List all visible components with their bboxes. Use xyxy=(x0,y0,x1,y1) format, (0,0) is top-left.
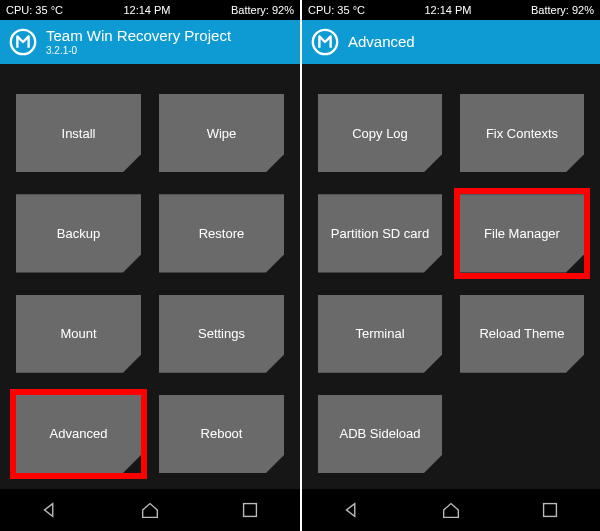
tile-settings[interactable]: Settings xyxy=(159,295,284,373)
tile-grid: Install Wipe Backup Restore Mount Settin… xyxy=(0,64,300,489)
screen-advanced: CPU: 35 °C 12:14 PM Battery: 92% Advance… xyxy=(300,0,600,531)
tile-copy-log[interactable]: Copy Log xyxy=(318,94,442,172)
nav-back-icon[interactable] xyxy=(30,490,70,530)
status-battery: Battery: 92% xyxy=(231,4,294,16)
tile-label: Wipe xyxy=(207,126,237,141)
header: Advanced xyxy=(302,20,600,64)
tile-terminal[interactable]: Terminal xyxy=(318,295,442,373)
tile-partition-sd[interactable]: Partition SD card xyxy=(318,194,442,272)
tile-label: Copy Log xyxy=(352,126,408,141)
header-text: Team Win Recovery Project 3.2.1-0 xyxy=(46,28,231,56)
tile-label: Fix Contexts xyxy=(486,126,558,141)
status-time: 12:14 PM xyxy=(424,4,471,16)
nav-bar xyxy=(302,489,600,531)
nav-home-icon[interactable] xyxy=(431,490,471,530)
header-title: Advanced xyxy=(348,34,415,51)
tile-label: Terminal xyxy=(355,326,404,341)
tile-label: File Manager xyxy=(484,226,560,241)
status-bar: CPU: 35 °C 12:14 PM Battery: 92% xyxy=(302,0,600,20)
tile-backup[interactable]: Backup xyxy=(16,194,141,272)
svg-rect-3 xyxy=(544,504,557,517)
status-bar: CPU: 35 °C 12:14 PM Battery: 92% xyxy=(0,0,300,20)
nav-recents-icon[interactable] xyxy=(530,490,570,530)
tile-label: Reload Theme xyxy=(479,326,564,341)
header: Team Win Recovery Project 3.2.1-0 xyxy=(0,20,300,64)
header-text: Advanced xyxy=(348,34,415,51)
tile-label: Reboot xyxy=(201,426,243,441)
tile-label: Install xyxy=(62,126,96,141)
tile-grid: Copy Log Fix Contexts Partition SD card … xyxy=(302,64,600,489)
tile-label: Settings xyxy=(198,326,245,341)
nav-home-icon[interactable] xyxy=(130,490,170,530)
tile-label: Mount xyxy=(60,326,96,341)
tile-reboot[interactable]: Reboot xyxy=(159,395,284,473)
tile-install[interactable]: Install xyxy=(16,94,141,172)
twrp-logo-icon xyxy=(310,27,340,57)
tile-label: Advanced xyxy=(50,426,108,441)
tile-fix-contexts[interactable]: Fix Contexts xyxy=(460,94,584,172)
tile-mount[interactable]: Mount xyxy=(16,295,141,373)
svg-rect-1 xyxy=(244,504,257,517)
status-time: 12:14 PM xyxy=(123,4,170,16)
status-cpu: CPU: 35 °C xyxy=(308,4,365,16)
tile-advanced[interactable]: Advanced xyxy=(16,395,141,473)
screen-main: CPU: 35 °C 12:14 PM Battery: 92% Team Wi… xyxy=(0,0,300,531)
status-battery: Battery: 92% xyxy=(531,4,594,16)
tile-label: Backup xyxy=(57,226,100,241)
tile-label: Partition SD card xyxy=(331,226,429,241)
tile-restore[interactable]: Restore xyxy=(159,194,284,272)
tile-file-manager[interactable]: File Manager xyxy=(460,194,584,272)
header-subtitle: 3.2.1-0 xyxy=(46,45,231,56)
tile-adb-sideload[interactable]: ADB Sideload xyxy=(318,395,442,473)
tile-label: ADB Sideload xyxy=(340,426,421,441)
nav-back-icon[interactable] xyxy=(332,490,372,530)
twrp-logo-icon xyxy=(8,27,38,57)
tile-wipe[interactable]: Wipe xyxy=(159,94,284,172)
header-title: Team Win Recovery Project xyxy=(46,28,231,45)
nav-recents-icon[interactable] xyxy=(230,490,270,530)
status-cpu: CPU: 35 °C xyxy=(6,4,63,16)
tile-reload-theme[interactable]: Reload Theme xyxy=(460,295,584,373)
tile-label: Restore xyxy=(199,226,245,241)
nav-bar xyxy=(0,489,300,531)
